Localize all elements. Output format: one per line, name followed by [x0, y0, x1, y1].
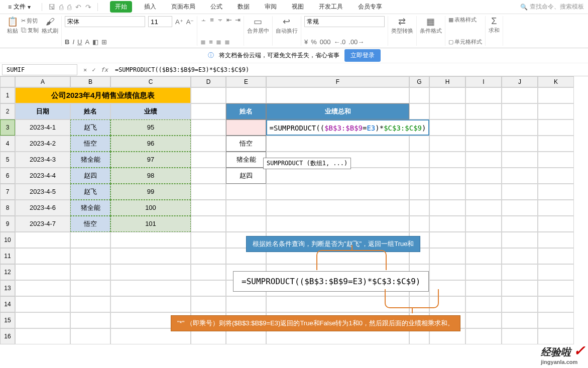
cell[interactable]: [409, 87, 429, 103]
currency-icon[interactable]: ¥: [304, 38, 308, 46]
cell-date[interactable]: 2023-4-4: [15, 168, 70, 184]
cell[interactable]: [465, 312, 502, 328]
align-mid-icon[interactable]: ≡: [210, 16, 214, 24]
format-painter[interactable]: 🖌格式刷: [42, 17, 58, 35]
cell[interactable]: [465, 264, 502, 280]
align-left-icon[interactable]: ≣: [200, 38, 206, 46]
comma-icon[interactable]: 000: [320, 38, 331, 46]
cell[interactable]: [538, 168, 574, 184]
cell-date[interactable]: 2023-4-2: [15, 136, 70, 152]
cell-value[interactable]: 97: [110, 152, 191, 168]
dec-dec-icon[interactable]: .00→: [348, 38, 364, 46]
lookup-name[interactable]: 悟空: [226, 136, 266, 152]
cell[interactable]: [538, 312, 574, 328]
print-preview-icon[interactable]: ⎙: [67, 3, 71, 11]
row-header[interactable]: 3: [0, 119, 15, 136]
cell[interactable]: [502, 280, 538, 296]
cell[interactable]: [266, 200, 409, 216]
cell[interactable]: [191, 152, 226, 168]
fx-icon[interactable]: fx: [100, 66, 107, 73]
indent-inc-icon[interactable]: ⇥: [235, 16, 241, 24]
formula-input[interactable]: =SUMPRODUCT(($B$3:$B$9=E3)*$C$3:$C$9): [112, 66, 588, 73]
cell[interactable]: [502, 296, 538, 312]
cell[interactable]: [465, 200, 502, 216]
cell-value[interactable]: 101: [110, 216, 191, 232]
tab-member[interactable]: 会员专享: [355, 1, 385, 13]
cell[interactable]: [429, 216, 465, 232]
cell[interactable]: [110, 248, 191, 264]
row-header[interactable]: 15: [0, 312, 15, 328]
indent-dec-icon[interactable]: ⇤: [226, 16, 232, 24]
cell[interactable]: [465, 136, 502, 152]
increase-font-icon[interactable]: A⁺: [175, 18, 183, 26]
col-header[interactable]: I: [465, 76, 502, 87]
table-header[interactable]: 业绩: [110, 103, 191, 119]
tab-formula[interactable]: 公式: [207, 1, 225, 13]
redo-icon[interactable]: ↷: [85, 3, 91, 11]
cell[interactable]: [538, 216, 574, 232]
cell[interactable]: [15, 328, 70, 344]
sum-button[interactable]: Σ求和: [489, 16, 500, 34]
row-header[interactable]: 9: [0, 216, 15, 232]
search-box[interactable]: 🔍 查找命令、搜索模板: [520, 3, 584, 11]
cell[interactable]: [502, 136, 538, 152]
cell-name[interactable]: 赵四: [70, 168, 110, 184]
cell[interactable]: [502, 87, 538, 103]
cell[interactable]: [465, 296, 502, 312]
cell[interactable]: [465, 216, 502, 232]
cell[interactable]: [15, 248, 70, 264]
row-header[interactable]: 12: [0, 264, 15, 280]
justify-icon[interactable]: ≣: [224, 38, 230, 46]
cell-date[interactable]: 2023-4-7: [15, 216, 70, 232]
cell[interactable]: [266, 87, 409, 103]
cell-value[interactable]: 99: [110, 184, 191, 200]
cell-style[interactable]: ▢单元格样式: [448, 38, 482, 46]
cell[interactable]: [191, 248, 226, 264]
align-center-icon[interactable]: ≡: [209, 38, 213, 46]
col-header[interactable]: H: [429, 76, 465, 87]
italic-icon[interactable]: I: [72, 38, 74, 46]
cell[interactable]: [502, 184, 538, 200]
number-format-select[interactable]: [304, 16, 385, 27]
cell[interactable]: [226, 296, 266, 312]
cell[interactable]: [191, 216, 226, 232]
cell[interactable]: [538, 87, 574, 103]
cancel-formula-icon[interactable]: ✕: [83, 66, 87, 73]
cell[interactable]: [429, 264, 465, 280]
row-header[interactable]: 7: [0, 184, 15, 200]
cell[interactable]: [538, 248, 574, 264]
cell[interactable]: [191, 184, 226, 200]
paste-button[interactable]: 📋粘贴: [7, 16, 18, 35]
cell[interactable]: [191, 103, 226, 119]
cell[interactable]: [70, 312, 110, 328]
cell[interactable]: [502, 152, 538, 168]
cut-button[interactable]: ✂剪切: [21, 17, 39, 25]
percent-icon[interactable]: %: [311, 38, 317, 46]
cell[interactable]: [70, 264, 110, 280]
tab-data[interactable]: 数据: [234, 1, 253, 13]
file-menu[interactable]: ≡ 文件 ▾: [4, 2, 35, 12]
cell[interactable]: [465, 248, 502, 264]
cell[interactable]: [465, 87, 502, 103]
cell[interactable]: [465, 184, 502, 200]
cell-date[interactable]: 2023-4-6: [15, 200, 70, 216]
cell[interactable]: [70, 328, 110, 344]
login-button[interactable]: 立即登录: [344, 49, 381, 62]
cell-name[interactable]: 悟空: [70, 216, 110, 232]
save-icon[interactable]: 🖫: [48, 3, 55, 11]
table-header[interactable]: 日期: [15, 103, 70, 119]
cell[interactable]: [502, 248, 538, 264]
decrease-font-icon[interactable]: A⁻: [186, 18, 194, 26]
col-header[interactable]: J: [502, 76, 538, 87]
cell-value[interactable]: 95: [110, 119, 191, 136]
cell[interactable]: [70, 232, 110, 248]
dec-inc-icon[interactable]: ←.0: [333, 38, 345, 46]
cell-name[interactable]: 猪全能: [70, 200, 110, 216]
col-header[interactable]: F: [266, 76, 409, 87]
cell[interactable]: [266, 136, 409, 152]
row-header[interactable]: 6: [0, 168, 15, 184]
table-header[interactable]: 姓名: [70, 103, 110, 119]
cell[interactable]: [502, 168, 538, 184]
undo-icon[interactable]: ↶: [75, 3, 81, 11]
row-header[interactable]: 11: [0, 248, 15, 264]
